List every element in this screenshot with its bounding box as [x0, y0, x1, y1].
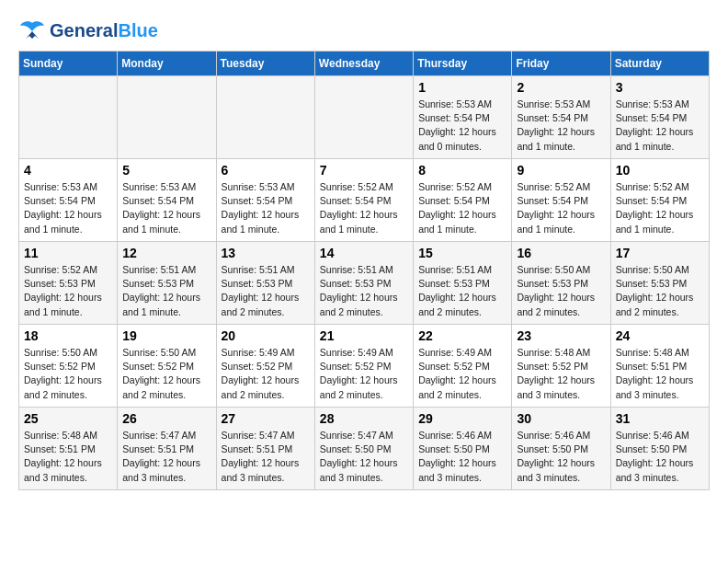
- day-number: 1: [418, 80, 506, 95]
- day-number: 28: [320, 411, 408, 426]
- day-number: 31: [616, 411, 704, 426]
- day-info: Sunrise: 5:51 AM Sunset: 5:53 PM Dayligh…: [222, 263, 310, 319]
- weekday-row: SundayMondayTuesdayWednesdayThursdayFrid…: [19, 52, 710, 76]
- day-info: Sunrise: 5:51 AM Sunset: 5:53 PM Dayligh…: [122, 263, 210, 319]
- day-info: Sunrise: 5:53 AM Sunset: 5:54 PM Dayligh…: [122, 180, 210, 236]
- day-info: Sunrise: 5:46 AM Sunset: 5:50 PM Dayligh…: [517, 429, 605, 485]
- weekday-header: Saturday: [610, 52, 709, 76]
- day-info: Sunrise: 5:46 AM Sunset: 5:50 PM Dayligh…: [418, 429, 506, 485]
- calendar-day-cell: 31Sunrise: 5:46 AM Sunset: 5:50 PM Dayli…: [610, 408, 709, 490]
- calendar-day-cell: 13Sunrise: 5:51 AM Sunset: 5:53 PM Dayli…: [216, 242, 314, 325]
- day-info: Sunrise: 5:48 AM Sunset: 5:51 PM Dayligh…: [616, 346, 704, 402]
- day-info: Sunrise: 5:50 AM Sunset: 5:53 PM Dayligh…: [616, 263, 704, 319]
- calendar-week-row: 11Sunrise: 5:52 AM Sunset: 5:53 PM Dayli…: [19, 242, 710, 325]
- day-info: Sunrise: 5:51 AM Sunset: 5:53 PM Dayligh…: [418, 263, 506, 319]
- calendar-header: SundayMondayTuesdayWednesdayThursdayFrid…: [19, 52, 710, 76]
- calendar-day-cell: 21Sunrise: 5:49 AM Sunset: 5:52 PM Dayli…: [314, 325, 413, 408]
- day-number: 14: [320, 246, 408, 260]
- calendar-day-cell: 27Sunrise: 5:47 AM Sunset: 5:51 PM Dayli…: [216, 408, 314, 490]
- weekday-header: Tuesday: [216, 52, 314, 76]
- calendar-day-cell: 6Sunrise: 5:53 AM Sunset: 5:54 PM Daylig…: [216, 159, 314, 242]
- calendar-day-cell: 12Sunrise: 5:51 AM Sunset: 5:53 PM Dayli…: [118, 242, 216, 325]
- day-number: 19: [122, 328, 210, 343]
- day-number: 7: [320, 163, 408, 178]
- day-number: 15: [418, 246, 506, 260]
- calendar-day-cell: [118, 76, 216, 159]
- day-number: 3: [616, 80, 704, 95]
- day-info: Sunrise: 5:50 AM Sunset: 5:52 PM Dayligh…: [122, 346, 210, 402]
- calendar-day-cell: 30Sunrise: 5:46 AM Sunset: 5:50 PM Dayli…: [512, 408, 610, 490]
- calendar-day-cell: 17Sunrise: 5:50 AM Sunset: 5:53 PM Dayli…: [610, 242, 709, 325]
- day-number: 2: [517, 80, 605, 95]
- day-info: Sunrise: 5:53 AM Sunset: 5:54 PM Dayligh…: [222, 180, 310, 236]
- day-info: Sunrise: 5:48 AM Sunset: 5:52 PM Dayligh…: [517, 346, 605, 402]
- calendar-week-row: 4Sunrise: 5:53 AM Sunset: 5:54 PM Daylig…: [19, 159, 710, 242]
- calendar-day-cell: [19, 76, 118, 159]
- day-number: 6: [222, 163, 310, 178]
- day-number: 29: [418, 411, 506, 426]
- day-number: 11: [24, 246, 112, 260]
- logo-icon: [18, 18, 46, 41]
- logo: GeneralBlue: [18, 18, 158, 41]
- day-number: 12: [122, 246, 210, 260]
- calendar-week-row: 1Sunrise: 5:53 AM Sunset: 5:54 PM Daylig…: [19, 76, 710, 159]
- weekday-header: Friday: [512, 52, 610, 76]
- calendar-day-cell: 18Sunrise: 5:50 AM Sunset: 5:52 PM Dayli…: [19, 325, 118, 408]
- calendar-day-cell: 3Sunrise: 5:53 AM Sunset: 5:54 PM Daylig…: [610, 76, 709, 159]
- day-info: Sunrise: 5:52 AM Sunset: 5:54 PM Dayligh…: [616, 180, 704, 236]
- calendar-day-cell: 2Sunrise: 5:53 AM Sunset: 5:54 PM Daylig…: [512, 76, 610, 159]
- day-info: Sunrise: 5:52 AM Sunset: 5:54 PM Dayligh…: [320, 180, 408, 236]
- calendar-day-cell: [216, 76, 314, 159]
- calendar-day-cell: 8Sunrise: 5:52 AM Sunset: 5:54 PM Daylig…: [414, 159, 512, 242]
- day-number: 17: [616, 246, 704, 260]
- day-number: 25: [24, 411, 112, 426]
- day-info: Sunrise: 5:47 AM Sunset: 5:51 PM Dayligh…: [122, 429, 210, 485]
- day-number: 5: [122, 163, 210, 178]
- day-number: 13: [222, 246, 310, 260]
- day-info: Sunrise: 5:53 AM Sunset: 5:54 PM Dayligh…: [517, 98, 605, 154]
- day-number: 16: [517, 246, 605, 260]
- calendar-day-cell: 19Sunrise: 5:50 AM Sunset: 5:52 PM Dayli…: [118, 325, 216, 408]
- weekday-header: Thursday: [414, 52, 512, 76]
- day-info: Sunrise: 5:53 AM Sunset: 5:54 PM Dayligh…: [418, 98, 506, 154]
- day-info: Sunrise: 5:52 AM Sunset: 5:54 PM Dayligh…: [517, 180, 605, 236]
- calendar-day-cell: 28Sunrise: 5:47 AM Sunset: 5:50 PM Dayli…: [314, 408, 413, 490]
- day-info: Sunrise: 5:47 AM Sunset: 5:50 PM Dayligh…: [320, 429, 408, 485]
- calendar-body: 1Sunrise: 5:53 AM Sunset: 5:54 PM Daylig…: [19, 76, 710, 490]
- day-info: Sunrise: 5:46 AM Sunset: 5:50 PM Dayligh…: [616, 429, 704, 485]
- day-number: 23: [517, 328, 605, 343]
- day-number: 22: [418, 328, 506, 343]
- calendar-day-cell: 25Sunrise: 5:48 AM Sunset: 5:51 PM Dayli…: [19, 408, 118, 490]
- day-info: Sunrise: 5:52 AM Sunset: 5:54 PM Dayligh…: [418, 180, 506, 236]
- calendar-day-cell: 22Sunrise: 5:49 AM Sunset: 5:52 PM Dayli…: [414, 325, 512, 408]
- day-info: Sunrise: 5:48 AM Sunset: 5:51 PM Dayligh…: [24, 429, 112, 485]
- calendar-week-row: 18Sunrise: 5:50 AM Sunset: 5:52 PM Dayli…: [19, 325, 710, 408]
- day-info: Sunrise: 5:53 AM Sunset: 5:54 PM Dayligh…: [616, 98, 704, 154]
- calendar-day-cell: 5Sunrise: 5:53 AM Sunset: 5:54 PM Daylig…: [118, 159, 216, 242]
- day-number: 24: [616, 328, 704, 343]
- day-number: 21: [320, 328, 408, 343]
- calendar-day-cell: 1Sunrise: 5:53 AM Sunset: 5:54 PM Daylig…: [414, 76, 512, 159]
- day-info: Sunrise: 5:49 AM Sunset: 5:52 PM Dayligh…: [418, 346, 506, 402]
- day-number: 10: [616, 163, 704, 178]
- calendar-day-cell: 10Sunrise: 5:52 AM Sunset: 5:54 PM Dayli…: [610, 159, 709, 242]
- page-header: GeneralBlue: [18, 18, 710, 41]
- calendar-day-cell: 29Sunrise: 5:46 AM Sunset: 5:50 PM Dayli…: [414, 408, 512, 490]
- day-info: Sunrise: 5:53 AM Sunset: 5:54 PM Dayligh…: [24, 180, 112, 236]
- calendar-day-cell: 23Sunrise: 5:48 AM Sunset: 5:52 PM Dayli…: [512, 325, 610, 408]
- calendar-day-cell: 24Sunrise: 5:48 AM Sunset: 5:51 PM Dayli…: [610, 325, 709, 408]
- day-number: 8: [418, 163, 506, 178]
- calendar-day-cell: 14Sunrise: 5:51 AM Sunset: 5:53 PM Dayli…: [314, 242, 413, 325]
- day-number: 18: [24, 328, 112, 343]
- day-number: 30: [517, 411, 605, 426]
- day-number: 26: [122, 411, 210, 426]
- calendar-day-cell: 20Sunrise: 5:49 AM Sunset: 5:52 PM Dayli…: [216, 325, 314, 408]
- calendar-day-cell: 7Sunrise: 5:52 AM Sunset: 5:54 PM Daylig…: [314, 159, 413, 242]
- day-info: Sunrise: 5:51 AM Sunset: 5:53 PM Dayligh…: [320, 263, 408, 319]
- calendar-day-cell: 9Sunrise: 5:52 AM Sunset: 5:54 PM Daylig…: [512, 159, 610, 242]
- calendar-day-cell: 11Sunrise: 5:52 AM Sunset: 5:53 PM Dayli…: [19, 242, 118, 325]
- day-info: Sunrise: 5:50 AM Sunset: 5:53 PM Dayligh…: [517, 263, 605, 319]
- day-number: 27: [222, 411, 310, 426]
- weekday-header: Sunday: [19, 52, 118, 76]
- weekday-header: Monday: [118, 52, 216, 76]
